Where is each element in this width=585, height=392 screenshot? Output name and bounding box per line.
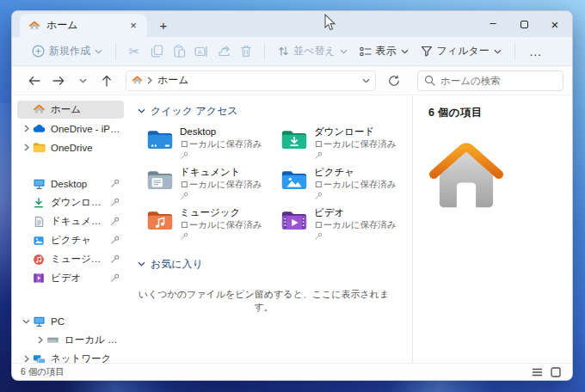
chevron-down-icon[interactable] bbox=[138, 261, 145, 266]
sidebar-item-home[interactable]: ホーム bbox=[17, 101, 124, 119]
quick-item-desktop[interactable]: Desktop ローカルに保存済み bbox=[146, 126, 280, 161]
up-button[interactable] bbox=[96, 70, 117, 91]
copy-button[interactable] bbox=[145, 40, 168, 63]
breadcrumb[interactable]: ホーム bbox=[126, 70, 376, 91]
quick-item-downloads[interactable]: ダウンロード ローカルに保存済み bbox=[280, 126, 415, 161]
sidebar-item-pc[interactable]: PC bbox=[17, 312, 124, 330]
folder-icon bbox=[32, 141, 46, 155]
sidebar-item-onedrive-ipentec[interactable]: OneDrive - iPentec bbox=[17, 119, 124, 138]
sidebar-item-videos[interactable]: ビデオ bbox=[17, 269, 124, 287]
filter-button[interactable]: フィルター bbox=[415, 40, 508, 63]
pin-icon bbox=[110, 198, 120, 207]
new-tab-button[interactable]: + bbox=[152, 14, 175, 36]
quick-item-pictures[interactable]: ピクチャ ローカルに保存済み bbox=[280, 167, 415, 201]
pin-icon bbox=[314, 192, 397, 200]
sidebar-item-label: ホーム bbox=[51, 103, 120, 116]
sidebar-item-local-disk-c[interactable]: ローカル ディスク (C:) bbox=[31, 331, 124, 349]
rename-button[interactable]: A bbox=[190, 40, 212, 63]
sidebar-item-label: ドキュメント bbox=[51, 215, 110, 228]
filter-icon bbox=[421, 46, 433, 57]
sidebar-item-label: ビデオ bbox=[51, 272, 110, 285]
videos-folder-icon bbox=[280, 209, 308, 242]
chevron-down-icon bbox=[95, 49, 102, 54]
documents-icon bbox=[32, 215, 46, 229]
expand-chevron-icon[interactable] bbox=[21, 125, 32, 132]
tab-home[interactable]: ホーム × bbox=[20, 14, 147, 37]
item-name: ビデオ bbox=[314, 207, 397, 218]
share-icon bbox=[218, 45, 231, 58]
sidebar-item-network[interactable]: ネットワーク bbox=[17, 350, 124, 363]
close-button[interactable]: × bbox=[539, 12, 570, 36]
navigation-pane: ホーム OneDrive - iPentec OneDrive bbox=[12, 95, 127, 363]
new-button[interactable]: 新規作成 bbox=[26, 40, 108, 63]
sidebar-gap bbox=[12, 305, 127, 312]
chevron-down-icon[interactable] bbox=[362, 78, 370, 83]
details-item-count: 6 個の項目 bbox=[428, 106, 562, 120]
quick-item-music[interactable]: ミュージック ローカルに保存済み bbox=[146, 207, 280, 242]
toolbar-separator bbox=[514, 43, 515, 60]
sidebar-item-label: PC bbox=[51, 316, 120, 327]
forward-button[interactable] bbox=[48, 70, 69, 91]
quick-item-videos[interactable]: ビデオ ローカルに保存済み bbox=[280, 207, 415, 242]
cut-button[interactable]: ✂ bbox=[123, 40, 145, 63]
chevron-down-icon bbox=[340, 49, 348, 54]
sort-button[interactable]: 並べ替え bbox=[272, 40, 354, 63]
chevron-down-icon[interactable] bbox=[138, 108, 145, 113]
more-options-button[interactable]: … bbox=[522, 44, 550, 58]
sidebar-item-label: ピクチャ bbox=[51, 234, 110, 247]
section-favorites[interactable]: お気に入り bbox=[138, 255, 407, 273]
chevron-down-icon bbox=[494, 49, 502, 54]
window-controls: – × bbox=[477, 11, 570, 37]
back-button[interactable] bbox=[24, 70, 45, 91]
details-view-button[interactable] bbox=[527, 365, 546, 379]
item-name: Desktop bbox=[180, 126, 262, 138]
sidebar-item-downloads[interactable]: ダウンロード bbox=[17, 193, 124, 211]
close-icon: × bbox=[551, 17, 559, 32]
tab-bar: ホーム × + – × bbox=[12, 11, 572, 37]
trash-icon bbox=[240, 45, 252, 58]
expand-chevron-icon[interactable] bbox=[21, 355, 32, 363]
sidebar-item-onedrive[interactable]: OneDrive bbox=[17, 138, 124, 156]
pc-icon bbox=[32, 315, 46, 328]
favorites-empty-message: いくつかのファイルをピン留めすると、ここに表示されます。 bbox=[138, 288, 407, 314]
sidebar-item-music[interactable]: ミュージック bbox=[17, 250, 124, 268]
home-icon bbox=[28, 20, 40, 32]
collapse-chevron-icon[interactable] bbox=[21, 319, 32, 324]
maximize-button[interactable] bbox=[508, 12, 539, 36]
sidebar-item-documents[interactable]: ドキュメント bbox=[17, 212, 124, 230]
breadcrumb-segment[interactable]: ホーム bbox=[157, 73, 189, 88]
expand-chevron-icon[interactable] bbox=[21, 144, 32, 151]
refresh-button[interactable] bbox=[383, 70, 405, 91]
sidebar-item-pictures[interactable]: ピクチャ bbox=[17, 231, 124, 249]
pin-icon bbox=[110, 254, 120, 264]
sidebar-item-label: ミュージック bbox=[51, 253, 110, 266]
pin-icon bbox=[110, 273, 120, 283]
expand-chevron-icon[interactable] bbox=[34, 336, 46, 344]
music-folder-icon bbox=[146, 209, 174, 242]
recent-locations-button[interactable] bbox=[72, 70, 93, 91]
tile-meta: Desktop ローカルに保存済み bbox=[180, 126, 262, 161]
section-quick-access[interactable]: クイック アクセス bbox=[138, 102, 407, 119]
chevron-right-icon bbox=[147, 77, 152, 84]
tile-meta: ビデオ ローカルに保存済み bbox=[314, 207, 397, 242]
paste-button[interactable] bbox=[168, 40, 190, 63]
videos-icon bbox=[32, 272, 46, 285]
item-name: ダウンロード bbox=[314, 126, 397, 138]
status-bar: 6 個の項目 bbox=[12, 363, 572, 380]
share-button[interactable] bbox=[212, 40, 235, 63]
sidebar-item-desktop[interactable]: Desktop bbox=[17, 175, 124, 193]
arrow-left-icon bbox=[28, 76, 40, 86]
delete-button[interactable] bbox=[235, 40, 257, 63]
minimize-button[interactable]: – bbox=[477, 12, 508, 36]
sidebar-item-label: ダウンロード bbox=[51, 196, 110, 209]
pin-icon bbox=[180, 192, 262, 200]
search-input[interactable] bbox=[440, 76, 544, 86]
large-icons-view-button[interactable] bbox=[546, 365, 565, 379]
toolbar-separator bbox=[264, 43, 265, 60]
list-view-icon bbox=[532, 368, 543, 377]
view-button[interactable]: 表示 bbox=[354, 40, 415, 63]
sort-icon bbox=[278, 46, 289, 57]
tab-close-icon[interactable]: × bbox=[126, 19, 140, 32]
quick-access-grid: Desktop ローカルに保存済み ダウンロード ローカルに保存済み bbox=[146, 126, 407, 242]
quick-item-documents[interactable]: ドキュメント ローカルに保存済み bbox=[146, 167, 280, 201]
